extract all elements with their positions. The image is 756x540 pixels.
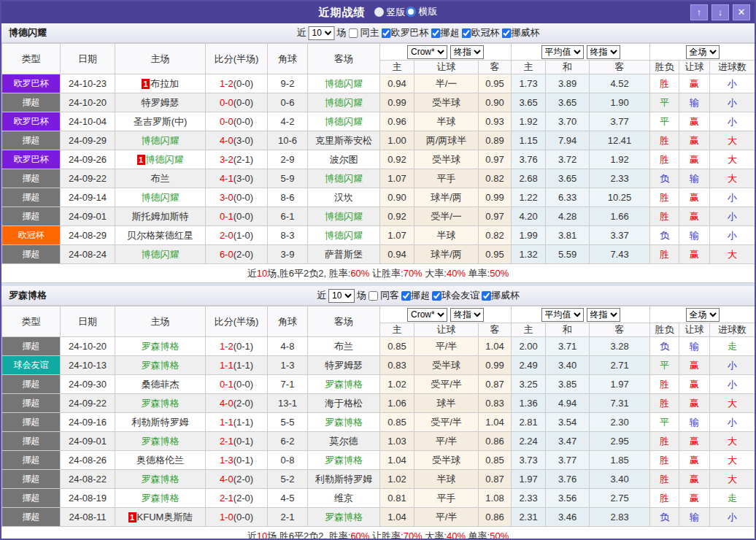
- avg-draw: 7.94: [546, 131, 590, 150]
- halftime-score: (3-0): [234, 173, 253, 184]
- avg-away: 7.43: [590, 245, 650, 264]
- league-filter[interactable]: 欧冠杯: [462, 26, 500, 39]
- home-team-name: 贝尔格莱德红星: [127, 230, 193, 241]
- odds-away: 0.86: [479, 508, 512, 527]
- away-team-name: 博德闪耀: [325, 230, 363, 241]
- header-dropdown-group: 全场: [650, 306, 755, 323]
- match-score: 3-2(2-1): [206, 150, 268, 169]
- layout-mode-radio-1[interactable]: 横版: [406, 5, 438, 18]
- league-checkbox[interactable]: [462, 28, 471, 38]
- close-icon: ✕: [738, 7, 746, 18]
- odds-final-select[interactable]: 终指: [450, 45, 484, 59]
- avg-draw: 6.33: [546, 188, 590, 207]
- same-venue-checkbox[interactable]: [369, 291, 378, 301]
- halftime-score: (2-0): [234, 249, 253, 260]
- games-count-select[interactable]: 10: [328, 289, 355, 303]
- odds-away: 0.95: [479, 245, 512, 264]
- league-checkbox[interactable]: [482, 291, 491, 301]
- avg-source-select[interactable]: 平均值: [541, 308, 584, 322]
- avg-draw: 3.70: [546, 112, 590, 131]
- result-winlose: 负: [650, 508, 679, 527]
- odds-handicap: 平手: [414, 489, 479, 508]
- col-header-3: 比分(半场): [206, 306, 268, 337]
- avg-final-select[interactable]: 终指: [587, 308, 620, 322]
- league-checkbox[interactable]: [382, 28, 391, 38]
- same-venue-label: 同客: [380, 289, 399, 302]
- odds-home: 1.02: [380, 470, 414, 489]
- fullmatch-select[interactable]: 全场: [686, 308, 720, 322]
- match-score: 4-0(2-0): [206, 470, 268, 489]
- header-row-groups: 类型日期主场比分(半场)角球客场Crow*终指平均值终指全场: [2, 306, 755, 323]
- avg-draw: 3.65: [546, 93, 590, 112]
- team-section: 罗森博格近10场同客挪超球会友谊挪威杯类型日期主场比分(半场)角球客场Crow*…: [1, 286, 755, 540]
- odds-source-select[interactable]: Crow*: [407, 308, 447, 322]
- away-team: 特罗姆瑟: [308, 356, 380, 375]
- match-date: 24-10-20: [61, 93, 115, 112]
- avg-home: 3.73: [512, 451, 546, 470]
- odds-away: 0.87: [479, 470, 512, 489]
- corner-score: 6-1: [268, 207, 308, 226]
- result-winlose: 负: [650, 169, 679, 188]
- league-checkbox[interactable]: [431, 28, 441, 38]
- result-goals: 大: [710, 432, 755, 451]
- fulltime-score: 4-0: [220, 398, 234, 409]
- move-up-button[interactable]: ↑: [690, 4, 708, 20]
- layout-mode-radio-0[interactable]: 竖版: [374, 6, 406, 19]
- halftime-score: (2-0): [234, 398, 253, 409]
- league-checkbox[interactable]: [401, 291, 411, 301]
- col-header-1: 日期: [61, 44, 115, 74]
- home-team: 1博德闪耀: [115, 150, 206, 169]
- league-checkbox[interactable]: [432, 291, 441, 301]
- result-handicap: 赢: [679, 188, 710, 207]
- page-title: 近期战绩: [319, 6, 366, 20]
- match-score: 1-2(0-0): [206, 74, 268, 93]
- match-row: 挪超24-09-16利勒斯特罗姆1-1(1-1)5-5罗森博格0.85受平/半1…: [2, 413, 755, 432]
- odds-source-select[interactable]: Crow*: [407, 45, 447, 59]
- away-team-name: 罗森博格: [325, 417, 363, 428]
- odds-home: 0.94: [380, 74, 414, 93]
- corner-score: 1-3: [268, 356, 308, 375]
- league-filter[interactable]: 球会友谊: [432, 289, 479, 302]
- move-down-button[interactable]: ↓: [711, 4, 729, 20]
- summary-text: 60%: [350, 268, 369, 279]
- fullmatch-select[interactable]: 全场: [686, 45, 720, 59]
- odds-home: 0.83: [380, 356, 414, 375]
- home-team-name: 圣吉罗斯(中): [134, 116, 188, 127]
- odds-home: 0.90: [380, 188, 414, 207]
- corner-score: 10-6: [268, 131, 308, 150]
- avg-home: 3.76: [512, 150, 546, 169]
- league-filter[interactable]: 欧罗巴杯: [382, 26, 429, 39]
- league-filter[interactable]: 挪威杯: [482, 289, 520, 302]
- home-team: 利勒斯特罗姆: [115, 413, 206, 432]
- league-filter[interactable]: 挪超: [401, 289, 430, 302]
- avg-final-select[interactable]: 终指: [587, 45, 620, 59]
- same-venue-checkbox[interactable]: [349, 28, 358, 38]
- result-handicap: 赢: [679, 451, 710, 470]
- away-team-name: 利勒斯特罗姆: [315, 474, 372, 485]
- close-button[interactable]: ✕: [733, 4, 750, 20]
- home-team: 罗森博格: [115, 394, 206, 413]
- league-filter[interactable]: 挪超: [431, 26, 460, 39]
- avg-draw: 3.72: [546, 150, 590, 169]
- away-team: 海于格松: [308, 394, 380, 413]
- league-checkbox[interactable]: [502, 28, 512, 38]
- avg-away: 2.71: [590, 356, 650, 375]
- match-date: 24-08-22: [61, 470, 115, 489]
- odds-handicap: 半球: [414, 470, 479, 489]
- odds-home: 1.00: [380, 131, 414, 150]
- avg-away: 2.30: [590, 413, 650, 432]
- match-type-badge: 挪超: [2, 131, 61, 150]
- avg-away: 2.75: [590, 489, 650, 508]
- match-type-badge: 挪超: [2, 394, 61, 413]
- corner-score: 5-2: [268, 470, 308, 489]
- odds-home: 1.03: [380, 432, 414, 451]
- fulltime-score: 2-0: [220, 230, 234, 241]
- away-team-name: 博德闪耀: [325, 173, 363, 184]
- avg-source-select[interactable]: 平均值: [541, 45, 584, 59]
- games-count-select[interactable]: 10: [309, 26, 335, 40]
- result-handicap: 输: [679, 508, 710, 527]
- halftime-score: (1-1): [234, 360, 253, 371]
- odds-final-select[interactable]: 终指: [450, 308, 484, 322]
- match-date: 24-08-26: [61, 451, 115, 470]
- league-filter[interactable]: 挪威杯: [502, 26, 540, 39]
